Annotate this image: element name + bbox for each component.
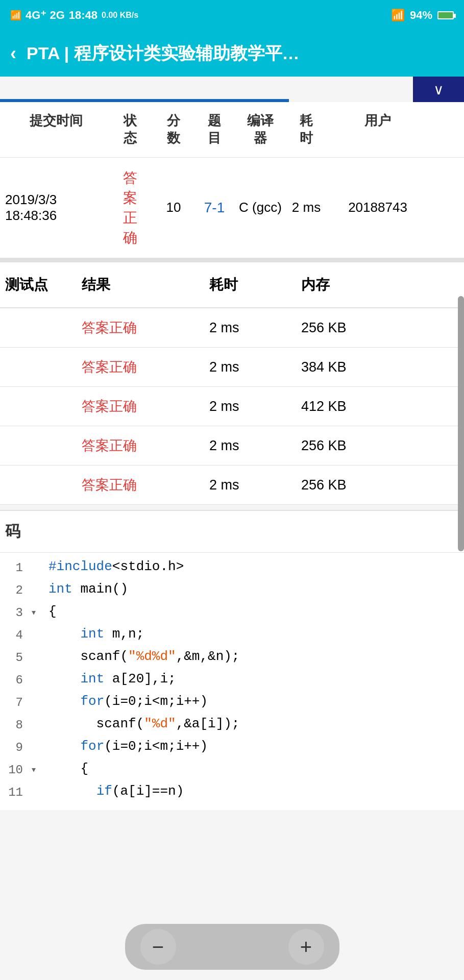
code-line: 6 int a[20],i; — [0, 670, 464, 693]
submission-status: 答 案 正 确 — [107, 168, 153, 248]
line-number: 5 — [0, 649, 31, 665]
submission-elapsed: 2 ms — [286, 200, 327, 215]
test-point-time: 2 ms — [209, 477, 301, 493]
submission-problem: 7-1 — [194, 200, 235, 216]
test-point-time: 2 ms — [209, 438, 301, 454]
test-point-result: 答案正确 — [82, 476, 209, 494]
chevron-down-icon: ∨ — [433, 81, 444, 98]
code-line: 2int main() — [0, 580, 464, 603]
minus-icon: − — [152, 936, 164, 959]
test-point-result: 答案正确 — [82, 436, 209, 455]
test-rows-container: 答案正确 2 ms 256 KB 答案正确 2 ms 384 KB 答案正确 2… — [0, 308, 464, 505]
fold-icon — [31, 716, 46, 718]
col-header-elapsed: 耗 时 — [286, 112, 327, 147]
submission-date: 2019/3/3 18:48:36 — [5, 192, 107, 224]
code-text: { — [46, 604, 464, 619]
time-display: 18:48 — [69, 9, 97, 22]
line-number: 1 — [0, 559, 31, 575]
signal-text: 4G⁺ 2G — [26, 9, 65, 22]
col-header-time: 提交时间 — [5, 112, 107, 147]
code-text: for(i=0;i<m;i++) — [46, 694, 464, 709]
test-point-memory: 256 KB — [301, 477, 403, 493]
plus-icon: + — [300, 936, 312, 959]
zoom-out-button[interactable]: − — [140, 929, 176, 965]
code-text: int main() — [46, 581, 464, 597]
submission-compiler: C (gcc) — [235, 200, 286, 215]
fold-icon — [31, 671, 46, 673]
status-bar: 📶 4G⁺ 2G 18:48 0.00 KB/s 📶 94% — [0, 0, 464, 31]
test-point-result: 答案正确 — [82, 318, 209, 337]
scrollbar[interactable] — [458, 296, 464, 551]
line-number: 8 — [0, 716, 31, 732]
zoom-in-button[interactable]: + — [288, 929, 324, 965]
test-point-memory: 256 KB — [301, 320, 403, 336]
dropdown-button[interactable]: ∨ — [413, 77, 464, 102]
test-point-result: 答案正确 — [82, 358, 209, 376]
code-text: for(i=0;i<m;i++) — [46, 739, 464, 754]
progress-area: ∨ — [0, 77, 464, 102]
fold-icon — [31, 649, 46, 651]
fold-icon — [31, 626, 46, 628]
fold-icon — [31, 581, 46, 583]
test-point-memory: 412 KB — [301, 399, 403, 414]
code-line: 7 for(i=0;i<m;i++) — [0, 693, 464, 715]
code-text: scanf("%d",&a[i]); — [46, 716, 464, 731]
progress-wrapper — [0, 77, 413, 102]
submission-row: 2019/3/3 18:48:36 答 案 正 确 10 7-1 C (gcc)… — [0, 158, 464, 259]
fold-icon — [31, 783, 46, 786]
code-container: 1#include<stdio.h>2int main()3▾{4 int m,… — [0, 553, 464, 810]
test-point-memory: 256 KB — [301, 438, 403, 454]
code-line: 4 int m,n; — [0, 625, 464, 648]
line-number: 9 — [0, 739, 31, 754]
section-divider — [0, 258, 464, 262]
test-point-result: 答案正确 — [82, 397, 209, 415]
code-text: if(a[i]==n) — [46, 783, 464, 799]
fold-icon[interactable]: ▾ — [31, 604, 46, 619]
table-header: 提交时间 状 态 分 数 题 目 编译 器 耗 时 用户 — [0, 102, 464, 158]
code-text: int m,n; — [46, 626, 464, 642]
code-line: 5 scanf("%d%d",&m,&n); — [0, 648, 464, 670]
fold-icon — [31, 559, 46, 561]
code-section-title: 码 — [0, 510, 464, 553]
zoom-bar: − + — [125, 924, 339, 970]
battery-icon — [437, 11, 454, 19]
fold-icon — [31, 739, 46, 741]
line-number: 10 — [0, 761, 31, 777]
col-header-status: 状 态 — [107, 112, 153, 147]
test-col-header-memory: 内存 — [301, 275, 403, 295]
code-line: 10▾ { — [0, 760, 464, 782]
code-text: scanf("%d%d",&m,&n); — [46, 649, 464, 664]
col-header-problem: 题 目 — [194, 112, 235, 147]
fold-icon — [31, 694, 46, 696]
line-number: 2 — [0, 581, 31, 597]
col-header-score: 分 数 — [153, 112, 194, 147]
test-point-time: 2 ms — [209, 399, 301, 414]
test-row: 答案正确 2 ms 256 KB — [0, 308, 464, 348]
test-col-header-id: 测试点 — [5, 275, 82, 295]
code-text: int a[20],i; — [46, 671, 464, 687]
test-point-time: 2 ms — [209, 320, 301, 336]
test-row: 答案正确 2 ms 412 KB — [0, 387, 464, 426]
wifi-icon: 📶 — [391, 9, 405, 22]
code-text: #include<stdio.h> — [46, 559, 464, 574]
back-button[interactable]: ‹ — [10, 43, 16, 64]
header: ‹ PTA | 程序设计类实验辅助教学平… — [0, 31, 464, 77]
line-number: 11 — [0, 783, 31, 799]
fold-icon[interactable]: ▾ — [31, 761, 46, 776]
test-point-memory: 384 KB — [301, 359, 403, 375]
col-header-user: 用户 — [327, 112, 429, 147]
test-row: 答案正确 2 ms 384 KB — [0, 348, 464, 387]
code-text: { — [46, 761, 464, 776]
status-right: 📶 94% — [391, 9, 454, 22]
page-title: PTA | 程序设计类实验辅助教学平… — [27, 42, 454, 65]
test-point-time: 2 ms — [209, 359, 301, 375]
code-line: 3▾{ — [0, 603, 464, 625]
code-line: 11 if(a[i]==n) — [0, 782, 464, 805]
test-row: 答案正确 2 ms 256 KB — [0, 426, 464, 465]
submission-score: 10 — [153, 200, 194, 215]
line-number: 4 — [0, 626, 31, 642]
test-col-header-time: 耗时 — [209, 275, 301, 295]
signal-icon: 📶 — [10, 10, 21, 21]
data-speed: 0.00 KB/s — [102, 11, 138, 20]
test-col-header-result: 结果 — [82, 275, 209, 295]
